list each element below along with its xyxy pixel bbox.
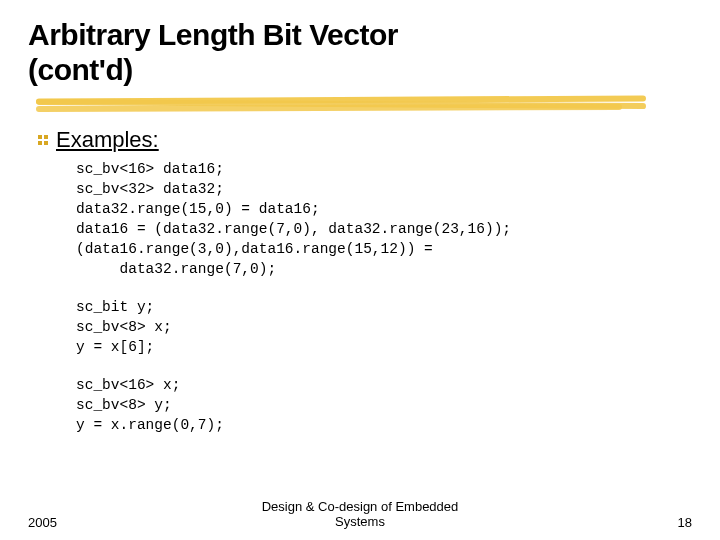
title-line-2: (cont'd) — [28, 53, 133, 86]
bullet-label: Examples: — [56, 127, 159, 153]
svg-rect-2 — [38, 141, 42, 145]
code-block-1: sc_bv<16> data16; sc_bv<32> data32; data… — [76, 159, 692, 279]
title-line-1: Arbitrary Length Bit Vector — [28, 18, 398, 51]
code-block-2: sc_bit y; sc_bv<8> x; y = x[6]; — [76, 297, 692, 357]
footer: 2005 18 — [0, 515, 720, 530]
svg-rect-1 — [44, 135, 48, 139]
footer-year: 2005 — [28, 515, 57, 530]
footer-page: 18 — [678, 515, 692, 530]
slide-title: Arbitrary Length Bit Vector (cont'd) — [28, 18, 692, 87]
code-block-3: sc_bv<16> x; sc_bv<8> y; y = x.range(0,7… — [76, 375, 692, 435]
slide: Arbitrary Length Bit Vector (cont'd) Exa… — [0, 0, 720, 540]
title-underline — [36, 97, 646, 111]
svg-rect-0 — [38, 135, 42, 139]
bullet-icon — [36, 133, 50, 147]
svg-rect-3 — [44, 141, 48, 145]
bullet-row: Examples: — [36, 127, 692, 153]
